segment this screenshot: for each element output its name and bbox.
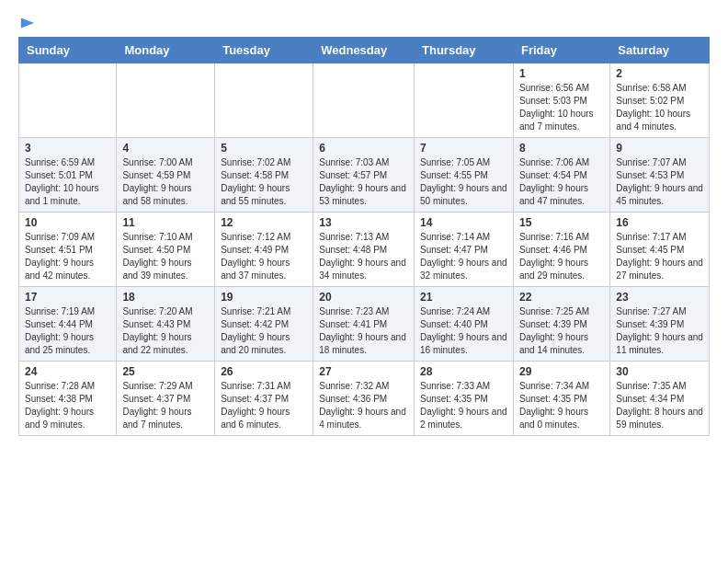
- column-header-friday: Friday: [513, 38, 609, 63]
- day-number: 26: [221, 365, 307, 378]
- calendar-cell: 30Sunrise: 7:35 AM Sunset: 4:34 PM Dayli…: [610, 362, 710, 436]
- day-info: Sunrise: 7:12 AM Sunset: 4:49 PM Dayligh…: [221, 231, 307, 282]
- day-info: Sunrise: 7:14 AM Sunset: 4:47 PM Dayligh…: [420, 231, 507, 282]
- calendar-cell: [117, 63, 215, 138]
- calendar-cell: 12Sunrise: 7:12 AM Sunset: 4:49 PM Dayli…: [215, 213, 313, 287]
- day-info: Sunrise: 7:35 AM Sunset: 4:34 PM Dayligh…: [616, 380, 703, 431]
- day-number: 1: [519, 67, 604, 80]
- day-info: Sunrise: 7:02 AM Sunset: 4:58 PM Dayligh…: [221, 156, 307, 208]
- day-number: 10: [25, 216, 110, 229]
- calendar-cell: 18Sunrise: 7:20 AM Sunset: 4:43 PM Dayli…: [117, 287, 215, 362]
- day-number: 21: [420, 291, 507, 304]
- week-row-4: 17Sunrise: 7:19 AM Sunset: 4:44 PM Dayli…: [19, 287, 710, 362]
- day-info: Sunrise: 7:31 AM Sunset: 4:37 PM Dayligh…: [221, 380, 307, 431]
- calendar-cell: 14Sunrise: 7:14 AM Sunset: 4:47 PM Dayli…: [415, 213, 514, 287]
- calendar-cell: 1Sunrise: 6:56 AM Sunset: 5:03 PM Daylig…: [513, 63, 609, 138]
- column-header-wednesday: Wednesday: [313, 38, 415, 63]
- day-info: Sunrise: 7:03 AM Sunset: 4:57 PM Dayligh…: [319, 156, 408, 208]
- day-number: 12: [221, 216, 307, 229]
- calendar-cell: 16Sunrise: 7:17 AM Sunset: 4:45 PM Dayli…: [610, 213, 710, 287]
- day-number: 22: [519, 291, 604, 304]
- day-info: Sunrise: 7:27 AM Sunset: 4:39 PM Dayligh…: [616, 305, 703, 357]
- day-info: Sunrise: 7:19 AM Sunset: 4:44 PM Dayligh…: [25, 305, 110, 357]
- day-info: Sunrise: 7:20 AM Sunset: 4:43 PM Dayligh…: [122, 305, 209, 357]
- day-number: 4: [122, 142, 209, 155]
- day-info: Sunrise: 7:06 AM Sunset: 4:54 PM Dayligh…: [519, 156, 604, 208]
- header-row: SundayMondayTuesdayWednesdayThursdayFrid…: [19, 38, 710, 63]
- day-info: Sunrise: 7:13 AM Sunset: 4:48 PM Dayligh…: [319, 231, 408, 282]
- day-info: Sunrise: 7:23 AM Sunset: 4:41 PM Dayligh…: [319, 305, 408, 357]
- column-header-sunday: Sunday: [19, 38, 117, 63]
- calendar-cell: 22Sunrise: 7:25 AM Sunset: 4:39 PM Dayli…: [513, 287, 609, 362]
- calendar-cell: 7Sunrise: 7:05 AM Sunset: 4:55 PM Daylig…: [415, 138, 514, 213]
- day-number: 23: [616, 291, 703, 304]
- day-number: 8: [519, 142, 604, 155]
- day-info: Sunrise: 7:16 AM Sunset: 4:46 PM Dayligh…: [519, 231, 604, 282]
- day-number: 2: [616, 67, 703, 80]
- day-number: 20: [319, 291, 408, 304]
- column-header-tuesday: Tuesday: [215, 38, 313, 63]
- day-info: Sunrise: 6:56 AM Sunset: 5:03 PM Dayligh…: [519, 82, 604, 133]
- week-row-1: 1Sunrise: 6:56 AM Sunset: 5:03 PM Daylig…: [19, 63, 710, 138]
- calendar-cell: 19Sunrise: 7:21 AM Sunset: 4:42 PM Dayli…: [215, 287, 313, 362]
- day-info: Sunrise: 7:33 AM Sunset: 4:35 PM Dayligh…: [420, 380, 507, 431]
- calendar-cell: 13Sunrise: 7:13 AM Sunset: 4:48 PM Dayli…: [313, 213, 415, 287]
- logo-arrow-icon: [19, 15, 36, 31]
- calendar-cell: 4Sunrise: 7:00 AM Sunset: 4:59 PM Daylig…: [117, 138, 215, 213]
- day-info: Sunrise: 7:24 AM Sunset: 4:40 PM Dayligh…: [420, 305, 507, 357]
- header: [18, 15, 710, 28]
- calendar-cell: 9Sunrise: 7:07 AM Sunset: 4:53 PM Daylig…: [610, 138, 710, 213]
- day-info: Sunrise: 7:32 AM Sunset: 4:36 PM Dayligh…: [319, 380, 408, 431]
- day-number: 7: [420, 142, 507, 155]
- day-number: 13: [319, 216, 408, 229]
- calendar-cell: 20Sunrise: 7:23 AM Sunset: 4:41 PM Dayli…: [313, 287, 415, 362]
- calendar-cell: [313, 63, 415, 138]
- day-number: 5: [221, 142, 307, 155]
- day-info: Sunrise: 7:05 AM Sunset: 4:55 PM Dayligh…: [420, 156, 507, 208]
- calendar-table: SundayMondayTuesdayWednesdayThursdayFrid…: [18, 37, 710, 436]
- logo: [18, 15, 36, 28]
- day-info: Sunrise: 7:29 AM Sunset: 4:37 PM Dayligh…: [122, 380, 209, 431]
- calendar-cell: 10Sunrise: 7:09 AM Sunset: 4:51 PM Dayli…: [19, 213, 117, 287]
- calendar-cell: 26Sunrise: 7:31 AM Sunset: 4:37 PM Dayli…: [215, 362, 313, 436]
- day-info: Sunrise: 6:58 AM Sunset: 5:02 PM Dayligh…: [616, 82, 703, 133]
- calendar-cell: 23Sunrise: 7:27 AM Sunset: 4:39 PM Dayli…: [610, 287, 710, 362]
- day-number: 15: [519, 216, 604, 229]
- calendar-cell: 15Sunrise: 7:16 AM Sunset: 4:46 PM Dayli…: [513, 213, 609, 287]
- calendar-cell: 2Sunrise: 6:58 AM Sunset: 5:02 PM Daylig…: [610, 63, 710, 138]
- calendar-header: SundayMondayTuesdayWednesdayThursdayFrid…: [19, 38, 710, 63]
- day-number: 17: [25, 291, 110, 304]
- week-row-5: 24Sunrise: 7:28 AM Sunset: 4:38 PM Dayli…: [19, 362, 710, 436]
- week-row-2: 3Sunrise: 6:59 AM Sunset: 5:01 PM Daylig…: [19, 138, 710, 213]
- calendar-cell: 28Sunrise: 7:33 AM Sunset: 4:35 PM Dayli…: [415, 362, 514, 436]
- svg-marker-0: [21, 18, 34, 29]
- day-number: 25: [122, 365, 209, 378]
- day-number: 18: [122, 291, 209, 304]
- day-info: Sunrise: 7:21 AM Sunset: 4:42 PM Dayligh…: [221, 305, 307, 357]
- day-info: Sunrise: 7:34 AM Sunset: 4:35 PM Dayligh…: [519, 380, 604, 431]
- calendar-cell: 25Sunrise: 7:29 AM Sunset: 4:37 PM Dayli…: [117, 362, 215, 436]
- day-info: Sunrise: 7:17 AM Sunset: 4:45 PM Dayligh…: [616, 231, 703, 282]
- day-number: 30: [616, 365, 703, 378]
- calendar-cell: [215, 63, 313, 138]
- calendar-cell: 21Sunrise: 7:24 AM Sunset: 4:40 PM Dayli…: [415, 287, 514, 362]
- calendar-cell: 11Sunrise: 7:10 AM Sunset: 4:50 PM Dayli…: [117, 213, 215, 287]
- day-number: 3: [25, 142, 110, 155]
- column-header-monday: Monday: [117, 38, 215, 63]
- day-number: 14: [420, 216, 507, 229]
- calendar-cell: 8Sunrise: 7:06 AM Sunset: 4:54 PM Daylig…: [513, 138, 609, 213]
- week-row-3: 10Sunrise: 7:09 AM Sunset: 4:51 PM Dayli…: [19, 213, 710, 287]
- day-number: 11: [122, 216, 209, 229]
- calendar-cell: 6Sunrise: 7:03 AM Sunset: 4:57 PM Daylig…: [313, 138, 415, 213]
- calendar-cell: 24Sunrise: 7:28 AM Sunset: 4:38 PM Dayli…: [19, 362, 117, 436]
- calendar-cell: [19, 63, 117, 138]
- day-info: Sunrise: 7:25 AM Sunset: 4:39 PM Dayligh…: [519, 305, 604, 357]
- column-header-thursday: Thursday: [415, 38, 514, 63]
- day-number: 28: [420, 365, 507, 378]
- day-number: 16: [616, 216, 703, 229]
- day-number: 27: [319, 365, 408, 378]
- calendar-body: 1Sunrise: 6:56 AM Sunset: 5:03 PM Daylig…: [19, 63, 710, 436]
- page: SundayMondayTuesdayWednesdayThursdayFrid…: [0, 0, 728, 454]
- calendar-cell: 5Sunrise: 7:02 AM Sunset: 4:58 PM Daylig…: [215, 138, 313, 213]
- calendar-cell: [415, 63, 514, 138]
